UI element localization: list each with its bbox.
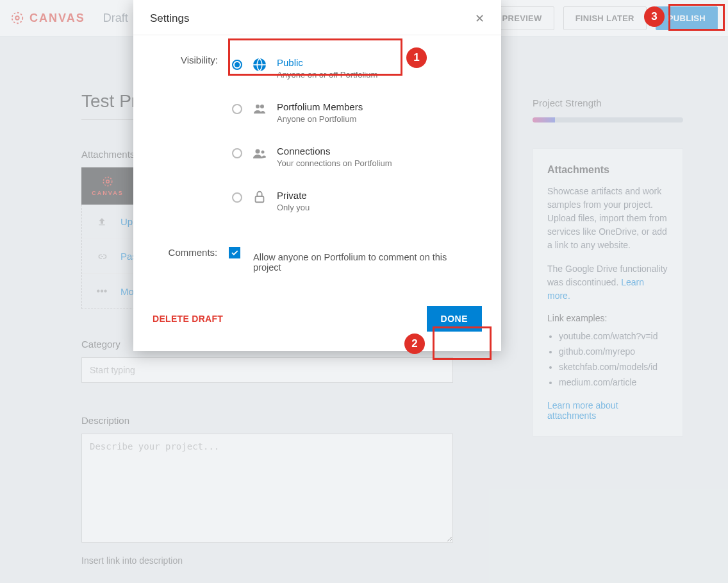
visibility-option-public[interactable]: PublicAnyone on or off Portfolium xyxy=(229,53,476,83)
radio-icon xyxy=(232,192,242,203)
svg-point-5 xyxy=(256,105,260,108)
svg-rect-9 xyxy=(256,196,264,202)
comments-checkbox-label: Allow anyone on Portfolium to comment on… xyxy=(253,246,476,273)
radio-icon xyxy=(232,148,242,158)
close-icon[interactable]: ✕ xyxy=(475,12,484,26)
radio-icon xyxy=(232,104,242,114)
delete-draft-button[interactable]: DELETE DRAFT xyxy=(153,314,223,324)
svg-point-6 xyxy=(260,105,264,108)
svg-point-8 xyxy=(261,151,265,154)
radio-checked-icon xyxy=(232,60,242,70)
visibility-label: Visibility: xyxy=(159,53,229,65)
checkbox-checked-icon[interactable] xyxy=(229,247,240,258)
group-icon xyxy=(251,146,268,161)
modal-title: Settings xyxy=(150,12,189,25)
settings-modal: Settings ✕ Visibility: PublicAnyone on o… xyxy=(133,0,501,351)
visibility-option-private[interactable]: PrivateOnly you xyxy=(229,186,476,216)
globe-icon xyxy=(251,57,268,72)
done-button[interactable]: DONE xyxy=(427,306,482,332)
members-icon xyxy=(251,101,268,117)
comments-label: Comments: xyxy=(159,246,229,258)
visibility-option-connections[interactable]: ConnectionsYour connections on Portfoliu… xyxy=(229,142,476,172)
svg-point-7 xyxy=(256,149,260,154)
lock-icon xyxy=(251,190,268,204)
visibility-option-members[interactable]: Portfolium MembersAnyone on Portfolium xyxy=(229,97,476,128)
